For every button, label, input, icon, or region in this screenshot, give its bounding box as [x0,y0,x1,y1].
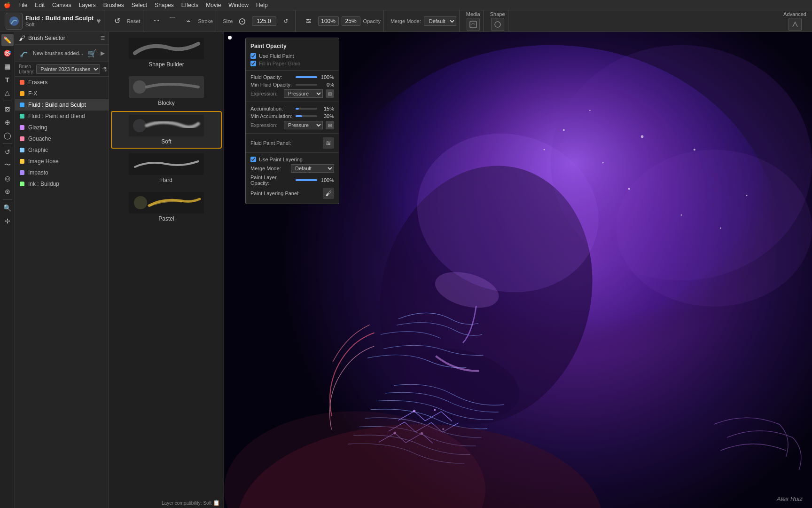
fluid-paint-panel-button[interactable]: ≋ [323,137,334,149]
min-fluid-opacity-slider[interactable] [296,84,317,86]
menu-canvas[interactable]: Canvas [52,2,71,8]
expression-icon-2[interactable]: ⊞ [326,121,334,129]
shape-icon-button[interactable] [491,18,504,31]
merge-mode-select-panel[interactable]: Default [291,164,334,173]
crop-tool[interactable]: ⊠ [1,103,14,115]
smudge-tool[interactable]: 〜 [1,159,14,171]
min-accumulation-label: Min Accumulation: [250,113,293,119]
cat-fluid-paint[interactable]: Fluid : Paint and Blend [15,111,109,122]
variant-blocky[interactable]: Blocky [111,72,222,110]
favorite-button[interactable]: ♥ [96,17,101,25]
fill-tool[interactable]: ▦ [1,60,14,72]
cat-fluid-build[interactable]: Fluid : Build and Sculpt [15,99,109,111]
cat-image-hose[interactable]: Image Hose [15,156,109,167]
pan-tool[interactable]: ✢ [1,215,14,227]
expression-select-1[interactable]: Pressure [284,89,323,98]
variant-shape-builder[interactable]: Shape Builder [111,34,222,71]
cat-erasers[interactable]: Erasers [15,77,109,88]
accumulation-slider[interactable] [296,108,317,110]
stroke-end-button[interactable]: ⌁ [182,15,195,28]
media-group: Media [463,10,484,32]
cat-dot-graphic [20,148,24,152]
brush-full-name: Fluid : Build and Sculpt [25,15,94,22]
advanced-icon-button[interactable] [789,18,802,31]
opacity-pct-input[interactable] [342,16,360,26]
cat-label-erasers: Erasers [28,79,47,86]
cat-glazing[interactable]: Glazing [15,122,109,133]
toolbar: Fluid : Build and Sculpt Soft ♥ ↺ Reset … [0,10,812,32]
cat-fx[interactable]: F-X [15,88,109,99]
text-tool[interactable]: T [1,73,14,86]
brush-panel-menu-button[interactable]: ≡ [101,34,105,42]
reset-button[interactable]: ↺ [111,15,124,28]
cat-dot-erasers [20,80,24,85]
cat-impasto[interactable]: Impasto [15,167,109,178]
cat-gouache[interactable]: Gouache [15,133,109,144]
variant-pastel[interactable]: Pastel [111,188,222,226]
clone-tool[interactable]: ⊛ [1,185,14,198]
expression-select-2[interactable]: Pressure [284,121,323,129]
opacity-icon[interactable]: ≋ [302,15,315,28]
tool-palette: ✏️ 🎯 ▦ T △ ⊠ ⊕ ◯ ↺ 〜 ◎ ⊛ 🔍 ✢ [0,32,15,508]
menu-select[interactable]: Select [132,2,147,8]
menu-help[interactable]: Help [256,2,268,8]
cat-graphic[interactable]: Graphic [15,144,109,156]
use-fluid-paint-checkbox[interactable] [250,53,256,59]
paint-layering-panel-button[interactable]: 🖌 [323,188,334,199]
filter-icon[interactable]: ⚗ [102,66,108,73]
paint-layer-opacity-slider[interactable] [296,179,317,181]
expand-icon[interactable]: ▶ [101,50,105,56]
use-paint-layering-checkbox[interactable] [250,157,256,162]
menu-layers[interactable]: Layers [79,2,96,8]
brush-variants-list: Shape Builder Blocky [109,32,224,498]
menu-movie[interactable]: Movie [206,2,221,8]
cat-ink-buildup[interactable]: Ink : Buildup [15,178,109,190]
brush-selector-title: Brush Selector [28,35,65,41]
menu-edit[interactable]: Edit [35,2,45,8]
zoom-tool[interactable]: 🔍 [1,202,14,214]
shape-tool[interactable]: △ [1,87,14,99]
brush-info-group: Fluid : Build and Sculpt Soft ♥ [3,10,104,32]
canvas-area[interactable]: Paint Opacity Use Fluid Paint Fill in Pa… [224,32,812,508]
size-input[interactable] [252,16,276,26]
library-select[interactable]: Painter 2023 Brushes [36,64,100,74]
cart-icon[interactable]: 🛒 [87,49,97,58]
paint-layer-opacity-value: 100% [320,177,334,183]
compat-value: Soft [203,500,211,506]
svg-point-26 [589,110,591,111]
menu-brushes[interactable]: Brushes [103,2,124,8]
merge-mode-select[interactable]: Default [424,16,456,26]
brush-sub-name: Soft [25,22,94,27]
fill-paper-grain-row: Fill in Paper Grain [246,60,339,67]
palette-divider-1 [3,101,12,101]
menu-window[interactable]: Window [228,2,249,8]
rotate-tool[interactable]: ↺ [1,146,14,158]
min-accumulation-slider[interactable] [296,115,317,117]
blur-tool[interactable]: ◎ [1,172,14,184]
fill-paper-grain-checkbox[interactable] [250,61,256,66]
cat-dot-fluid-paint [20,114,24,119]
eyedropper-tool[interactable]: 🎯 [1,47,14,59]
menu-effects[interactable]: Effects [181,2,198,8]
size-reset-icon[interactable]: ↺ [279,15,292,28]
layer-compat-footer: Layer compatibility: Soft 📋 [109,498,224,508]
stroke-style-button[interactable]: 〰 [150,15,163,28]
stroke-type-button[interactable]: ⌒ [166,15,179,28]
min-accumulation-fill [296,115,302,117]
fluid-opacity-slider[interactable] [296,76,317,78]
menu-shapes[interactable]: Shapes [155,2,174,8]
brush-icon[interactable] [6,13,23,30]
use-paint-layering-row: Use Paint Layering [246,156,339,163]
media-icon-button[interactable] [467,18,480,31]
variant-soft[interactable]: Soft [111,111,222,149]
expression-icon-1[interactable]: ⊞ [326,89,334,98]
accumulation-row: Accumulation: 15% [246,105,339,112]
transform-tool[interactable]: ⊕ [1,116,14,128]
menu-apple[interactable]: 🍎 [4,2,11,8]
brush-tool[interactable]: ✏️ [1,34,14,46]
variant-hard[interactable]: Hard [111,150,222,187]
lasso-tool[interactable]: ◯ [1,129,14,142]
menu-file[interactable]: File [18,2,27,8]
opacity-input[interactable] [318,16,339,26]
cat-label-fx: F-X [28,90,37,97]
